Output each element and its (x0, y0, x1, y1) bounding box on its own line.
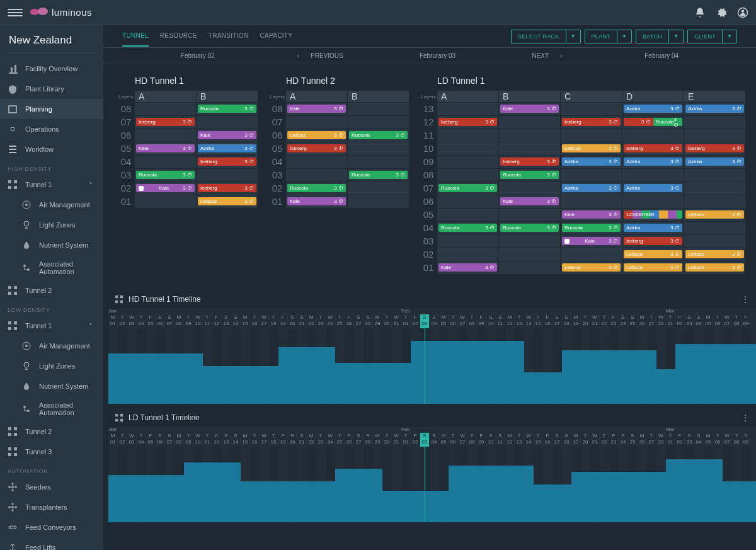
chevron-up-icon[interactable]: ˄ (89, 323, 95, 329)
plant-chip[interactable]: Azirka3 ⏱ (562, 158, 621, 166)
calendar-day[interactable]: F09 (477, 433, 486, 447)
nav-library[interactable]: Plant Library (0, 79, 103, 99)
calendar-day[interactable]: T20 (581, 433, 590, 447)
calendar-day[interactable]: T04 (137, 314, 146, 328)
calendar-day[interactable]: T23 (316, 433, 326, 447)
timeline-bar[interactable] (524, 372, 562, 404)
select-rack-button[interactable]: SELECT RACK (511, 30, 566, 43)
plant-chip[interactable]: Kale3 ⏱ (500, 197, 559, 205)
rack-cell[interactable]: Kale3 ⏱ (286, 103, 347, 115)
plant-chip[interactable]: 1234567890 (624, 210, 682, 219)
rack-cell[interactable] (437, 209, 498, 221)
rack-cell[interactable]: Azirka3 ⏱ (622, 222, 684, 234)
calendar-day[interactable]: S17 (553, 314, 562, 328)
rack-cell[interactable] (348, 142, 409, 155)
plant-chip[interactable]: Azirka3 ⏱ (624, 224, 682, 232)
rack-cell[interactable] (348, 182, 409, 195)
plant-chip[interactable]: Kale3 ⏱ (136, 144, 195, 152)
rack-cell[interactable]: Azirka3 ⏱ (561, 182, 622, 195)
timeline-bar[interactable] (335, 363, 411, 404)
caret-down-icon[interactable]: ▼ (617, 30, 632, 43)
calendar-day[interactable]: S13 (222, 433, 231, 447)
calendar-day[interactable]: W07 (458, 314, 467, 328)
prev-label[interactable]: PREVIOUS (311, 52, 343, 59)
rack-cell[interactable] (684, 182, 745, 195)
rack-cell[interactable] (437, 103, 498, 115)
calendar-day[interactable]: S27 (354, 314, 364, 328)
rack-cell[interactable]: Ruccola3 ⏱ (286, 182, 347, 195)
calendar-day[interactable]: M26 (638, 433, 647, 447)
rack-cell[interactable]: Iceberg3 ⏱ (437, 116, 498, 129)
timeline-bar[interactable] (108, 475, 184, 522)
rack-cell[interactable]: Iceberg3 ⏱ (286, 142, 347, 155)
calendar-day[interactable]: S07 (165, 433, 175, 447)
next-arrow-icon[interactable]: › (555, 52, 567, 59)
calendar-day[interactable]: F05 (146, 433, 156, 447)
calendar-day[interactable]: F16 (543, 433, 553, 447)
calendar-day[interactable]: T13 (515, 433, 524, 447)
rack-cell[interactable]: Ruccola3 ⏱ (135, 169, 196, 181)
calendar-day[interactable]: F19 (278, 314, 288, 328)
plant-chip[interactable]: Iceberg3 ⏱ (198, 158, 256, 166)
calendar-day[interactable]: M15 (241, 314, 250, 328)
rack-cell[interactable] (437, 142, 498, 155)
plant-chip[interactable]: Iceberg3 ⏱ (500, 158, 559, 166)
plant-chip[interactable]: Azirka3 ⏱ (624, 158, 682, 166)
plant-chip[interactable]: Azirka3 ⏱ (624, 184, 682, 192)
timeline-bar[interactable] (675, 344, 756, 404)
rack-cell[interactable]: Azirka3 ⏱ (622, 103, 684, 115)
rack-cell[interactable] (348, 156, 409, 168)
calendar-day[interactable]: M12 (505, 314, 515, 328)
timeline-bar[interactable] (666, 459, 723, 522)
calendar-day[interactable]: S03 (420, 433, 430, 447)
plant-chip[interactable]: Iceberg3 ⏱ (562, 118, 621, 126)
calendar-day[interactable]: W21 (590, 314, 600, 328)
calendar-day[interactable]: S11 (496, 314, 505, 328)
plant-chip[interactable]: Kale3 ⏱ (287, 197, 346, 205)
plant-chip[interactable]: Ruccola3 ⏱ (287, 184, 346, 192)
rack-cell[interactable] (499, 261, 560, 274)
plant-chip[interactable]: Iceberg3 ⏱ (624, 144, 682, 152)
calendar-day[interactable]: T13 (515, 314, 524, 328)
plant-chip[interactable]: Ruccola3 ⏱ (349, 171, 408, 179)
rack-cell[interactable]: Azirka3 ⏱ (684, 156, 745, 168)
calendar-day[interactable]: T11 (203, 433, 212, 447)
nav-hd-t1-auto[interactable]: Associated Automation (0, 255, 103, 280)
calendar-day[interactable]: M19 (571, 433, 581, 447)
calendar-day[interactable]: S28 (364, 314, 373, 328)
calendar-day[interactable]: T06 (449, 433, 458, 447)
timeline-bar[interactable] (241, 481, 335, 522)
rack-cell[interactable] (684, 169, 745, 181)
caret-down-icon[interactable]: ▼ (722, 30, 737, 43)
client-button[interactable]: CLIENT (687, 30, 722, 43)
calendar-day[interactable]: M05 (704, 433, 713, 447)
calendar-day[interactable]: T08 (467, 433, 477, 447)
rack-cell[interactable]: Azirka3 ⏱ (561, 156, 622, 168)
calendar-day[interactable]: S21 (297, 314, 307, 328)
plant-chip[interactable]: Kale3 ⏱ (500, 105, 559, 113)
calendar-day[interactable]: S20 (288, 314, 297, 328)
rack-cell[interactable] (622, 195, 684, 208)
calendar-day[interactable]: T30 (382, 314, 392, 328)
caret-down-icon[interactable]: ▼ (566, 30, 581, 43)
rack-cell[interactable]: Iceberg3 ⏱ (197, 156, 258, 168)
nav-workflow[interactable]: Workflow (0, 139, 103, 159)
rack-cell[interactable] (286, 169, 347, 181)
rack-cell[interactable] (437, 156, 498, 168)
plant-chip[interactable]: Ruccola3 ⏱ (653, 118, 683, 126)
calendar-day[interactable]: S07 (165, 314, 175, 328)
plant-chip[interactable]: Kale3 ⏱ (438, 263, 497, 272)
calendar-day[interactable]: S03 (685, 433, 694, 447)
gear-icon[interactable] (716, 7, 727, 18)
calendar-day[interactable]: M01 (108, 433, 118, 447)
calendar-day[interactable]: S17 (553, 433, 562, 447)
plant-chip[interactable]: Lettuce3 ⏱ (685, 250, 744, 258)
rack-cell[interactable]: Ruccola3 ⏱ (348, 129, 409, 142)
timeline-bar[interactable] (108, 353, 203, 404)
calendar-day[interactable]: S25 (628, 314, 638, 328)
calendar-day[interactable]: T01 (401, 314, 411, 328)
calendar-day[interactable]: S13 (222, 314, 231, 328)
plant-chip[interactable]: Kale3 ⏱ (198, 131, 256, 139)
batch-button[interactable]: BATCH (636, 30, 668, 43)
calendar-day[interactable]: T25 (335, 433, 345, 447)
